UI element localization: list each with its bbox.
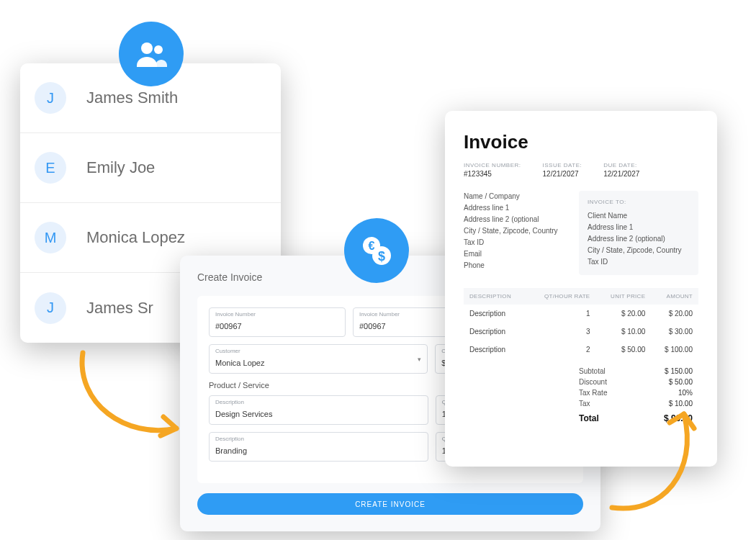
cell-qty: 2 xyxy=(527,341,595,359)
invoice-number-field[interactable]: Invoice Number #00967 xyxy=(209,307,346,337)
col-amount: AMOUNT xyxy=(651,288,698,305)
from-line: Tax ID xyxy=(464,237,566,248)
cell-amount: $ 100.00 xyxy=(651,341,698,359)
invoice-to-label: INVOICE TO: xyxy=(588,198,690,207)
cell-desc: Description xyxy=(464,323,527,341)
create-invoice-button[interactable]: CREATE INVOICE xyxy=(197,493,583,515)
line-description-field[interactable]: Description Design Services xyxy=(209,395,428,425)
table-row: Description 1 $ 20.00 $ 20.00 xyxy=(464,305,698,323)
field-label: Description xyxy=(215,436,422,442)
from-line: Email xyxy=(464,248,566,260)
taxrate-value: 10% xyxy=(649,389,693,397)
customer-select[interactable]: Customer Monica Lopez ▾ xyxy=(209,344,428,374)
svg-text:€: € xyxy=(369,240,375,252)
from-line: Phone xyxy=(464,260,566,271)
to-line: Address line 1 xyxy=(588,222,690,233)
due-date: 12/21/2027 xyxy=(603,170,639,178)
issue-date: 12/21/2027 xyxy=(543,170,582,178)
field-label: Customer xyxy=(215,348,421,354)
line-description-field[interactable]: Description Branding xyxy=(209,432,428,462)
cell-unit: $ 10.00 xyxy=(596,323,652,341)
cell-qty: 1 xyxy=(527,305,595,323)
col-qty: QT/HOUR RATE xyxy=(527,288,595,305)
table-row: Description 3 $ 10.00 $ 30.00 xyxy=(464,323,698,341)
users-badge xyxy=(119,22,184,86)
contact-name: Monica Lopez xyxy=(86,228,185,247)
contact-name: James Smith xyxy=(86,89,178,107)
cell-qty: 3 xyxy=(527,323,595,341)
col-unit: UNIT PRICE xyxy=(596,288,652,305)
contact-row[interactable]: E Emily Joe xyxy=(20,133,281,203)
to-line: Client Name xyxy=(588,210,690,222)
contact-name: James Sr xyxy=(86,299,153,318)
discount-label: Discount xyxy=(579,378,629,386)
svg-point-0 xyxy=(141,42,153,54)
from-line: Address line 1 xyxy=(464,202,566,214)
field-value: #00967 xyxy=(359,322,386,330)
invoice-number: #123345 xyxy=(464,170,521,178)
taxrate-label: Tax Rate xyxy=(579,389,629,397)
subtotal-value: $ 150.00 xyxy=(649,367,693,375)
issue-date-label: ISSUE DATE: xyxy=(543,162,582,168)
cell-desc: Description xyxy=(464,341,527,359)
invoice-line-table: DESCRIPTION QT/HOUR RATE UNIT PRICE AMOU… xyxy=(464,288,698,359)
chevron-down-icon: ▾ xyxy=(418,356,421,363)
cell-amount: $ 30.00 xyxy=(651,323,698,341)
to-line: Address line 2 (optional) xyxy=(588,233,690,245)
col-description: DESCRIPTION xyxy=(464,288,527,305)
avatar: J xyxy=(35,82,66,114)
table-row: Description 2 $ 50.00 $ 100.00 xyxy=(464,341,698,359)
field-value: #00967 xyxy=(215,322,242,330)
field-label: Invoice Number xyxy=(215,311,339,318)
currency-icon: € $ xyxy=(359,233,394,268)
avatar: E xyxy=(35,152,66,184)
invoice-to: INVOICE TO: Client Name Address line 1 A… xyxy=(579,191,698,275)
field-value: Branding xyxy=(215,446,247,455)
discount-value: $ 50.00 xyxy=(649,378,693,386)
subtotal-label: Subtotal xyxy=(579,367,629,375)
field-label: Description xyxy=(215,399,422,405)
invoice-number-label: INVOICE NUMBER: xyxy=(464,162,521,168)
cell-unit: $ 50.00 xyxy=(596,341,652,359)
arrow-icon xyxy=(605,400,720,522)
field-value: Monica Lopez xyxy=(215,359,265,367)
users-icon xyxy=(134,37,168,71)
invoice-meta: INVOICE NUMBER: #123345 ISSUE DATE: 12/2… xyxy=(464,162,698,178)
contact-name: Emily Joe xyxy=(86,158,155,177)
cell-desc: Description xyxy=(464,305,527,323)
currency-badge: € $ xyxy=(344,218,409,283)
cell-unit: $ 20.00 xyxy=(596,305,652,323)
from-line: Name / Company xyxy=(464,191,566,202)
invoice-title: Invoice xyxy=(464,131,698,153)
avatar: J xyxy=(35,292,66,324)
from-line: Address line 2 (optional xyxy=(464,214,566,225)
arrow-icon xyxy=(68,346,191,454)
svg-point-1 xyxy=(154,45,163,54)
invoice-from: Name / Company Address line 1 Address li… xyxy=(464,191,566,275)
svg-text:$: $ xyxy=(378,249,385,264)
field-value: Design Services xyxy=(215,410,272,418)
to-line: City / State, Zipcode, Country xyxy=(588,245,690,256)
to-line: Tax ID xyxy=(588,256,690,268)
due-date-label: DUE DATE: xyxy=(603,162,639,168)
from-line: City / State, Zipcode, Country xyxy=(464,225,566,237)
avatar: M xyxy=(35,222,66,253)
cell-amount: $ 20.00 xyxy=(651,305,698,323)
